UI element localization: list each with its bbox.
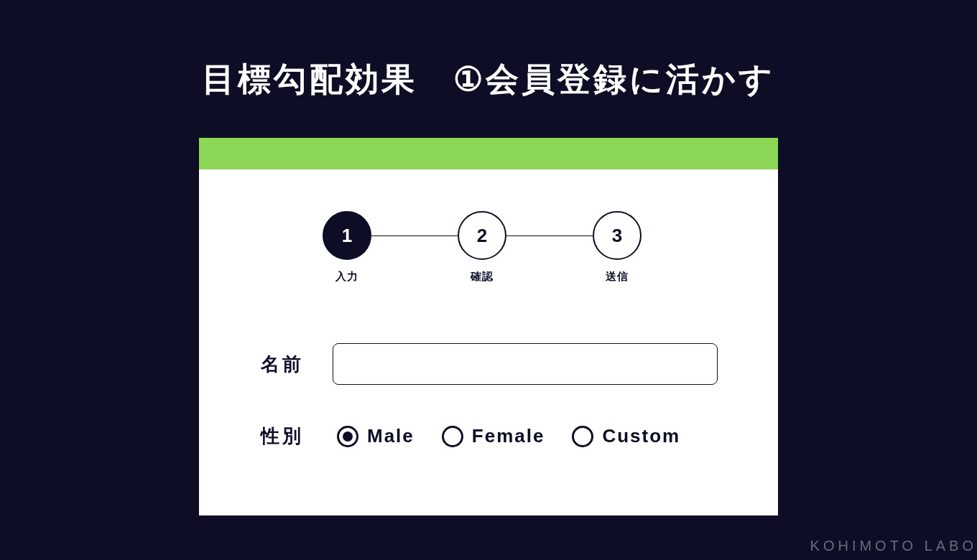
step-label: 入力 (323, 270, 371, 284)
radio-icon (442, 426, 463, 447)
slide-title: 目標勾配効果 ①会員登録に活かす (202, 57, 775, 102)
name-input[interactable] (333, 343, 718, 385)
step-number: 2 (477, 225, 487, 247)
step-number-circle: 1 (323, 211, 371, 260)
gender-option-male[interactable]: Male (337, 425, 415, 447)
gender-option-custom[interactable]: Custom (572, 425, 680, 447)
step-label: 送信 (593, 270, 642, 284)
title-marker: ① (453, 60, 486, 98)
step-connector (506, 235, 594, 236)
step-number: 1 (342, 225, 352, 247)
signup-card: 1 入力 2 確認 3 送信 名前 性別 Male (199, 138, 778, 515)
radio-label: Male (367, 425, 415, 447)
radio-label: Custom (602, 425, 680, 447)
step-confirm[interactable]: 2 確認 (458, 211, 506, 284)
gender-label: 性別 (261, 424, 333, 449)
step-connector (371, 235, 459, 236)
card-header-bar (199, 138, 778, 169)
radio-icon (337, 426, 358, 447)
step-number: 3 (612, 225, 622, 247)
gender-row: 性別 Male Female Custom (199, 424, 778, 449)
name-row: 名前 (199, 343, 778, 385)
progress-stepper: 1 入力 2 確認 3 送信 (199, 211, 778, 297)
gender-option-female[interactable]: Female (442, 425, 545, 447)
step-label: 確認 (458, 270, 506, 284)
step-submit[interactable]: 3 送信 (593, 211, 642, 284)
step-number-circle: 3 (593, 211, 642, 260)
watermark-text: KOHIMOTO LABO (810, 538, 977, 554)
step-input[interactable]: 1 入力 (323, 211, 371, 284)
gender-radio-group: Male Female Custom (337, 425, 680, 447)
radio-icon (572, 426, 593, 447)
name-label: 名前 (261, 352, 333, 377)
radio-label: Female (472, 425, 545, 447)
radio-dot-icon (343, 431, 353, 442)
title-prefix: 目標勾配効果 (202, 60, 453, 98)
title-suffix: 会員登録に活かす (486, 60, 775, 98)
step-number-circle: 2 (458, 211, 506, 260)
